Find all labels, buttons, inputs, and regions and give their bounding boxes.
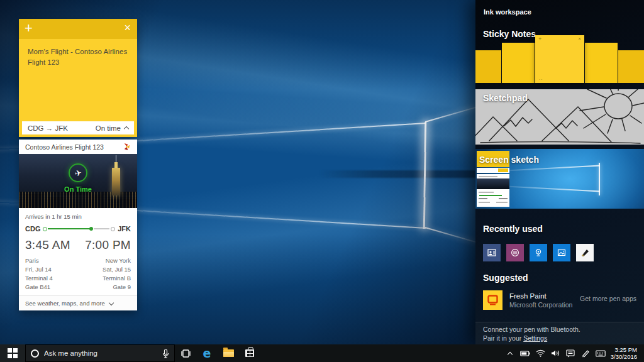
sketchpad-tile[interactable]: Sketchpad [475, 89, 644, 145]
pen-settings-button[interactable] [578, 344, 593, 362]
ink-workspace-panel: Ink workspace Sticky Notes + × .. [475, 0, 644, 344]
pen-hint-prefix: Pair it in your [483, 334, 523, 342]
camera-app-icon [534, 248, 543, 257]
volume-indicator[interactable] [548, 344, 563, 362]
flight-info-card[interactable]: Contoso Airlines Flight 123 ✈ On Time Ar [19, 140, 137, 310]
touch-keyboard-button[interactable] [593, 344, 608, 362]
battery-indicator[interactable] [518, 344, 533, 362]
flight-status-text: On time [96, 124, 121, 132]
microphone-icon[interactable] [162, 349, 169, 358]
plane-position-icon [89, 227, 93, 231]
close-note-icon[interactable]: × [124, 21, 131, 35]
mini-wallpaper-ray [494, 185, 600, 192]
task-view-button[interactable] [175, 344, 196, 362]
keyboard-icon [596, 350, 606, 357]
clock-time: 3:25 PM [608, 346, 637, 353]
store-button[interactable] [239, 344, 260, 362]
sticky-note[interactable]: + × Mom's Flight - Contoso Airlines Flig… [19, 19, 137, 137]
empire-state-top [114, 162, 118, 168]
sketchpad-section-label: Sketchpad [483, 93, 528, 103]
origin-city: Paris [25, 256, 53, 265]
onenote-app-icon [511, 248, 519, 257]
contact-app-tile[interactable] [483, 244, 501, 261]
preview-note [585, 43, 618, 83]
file-explorer-button[interactable] [218, 344, 239, 362]
airplane-icon: ✈ [74, 168, 82, 178]
photos-app-tile[interactable] [553, 244, 570, 261]
suggested-app-row[interactable]: Fresh Paint Microsoft Corporation Get mo… [483, 290, 636, 310]
preview-note [618, 50, 644, 83]
flight-card-header: Contoso Airlines Flight 123 [19, 140, 137, 154]
flight-progress: CDG JFK [25, 225, 131, 233]
flight-progress-track [43, 226, 115, 232]
cortana-icon [31, 349, 39, 358]
recently-used-section-label: Recently used [483, 224, 543, 234]
pen-app-tile[interactable] [576, 244, 594, 261]
flight-route-text: CDG → JFK [28, 124, 68, 132]
store-icon [245, 349, 254, 357]
mini-note-dots: .. [539, 75, 543, 81]
add-note-icon[interactable]: + [25, 20, 33, 36]
see-more-label: See weather, maps, and more [25, 300, 105, 307]
origin-code: CDG [25, 225, 40, 233]
taskbar-clock[interactable]: 3:25 PM 3/30/2016 [608, 346, 641, 360]
see-more-link[interactable]: See weather, maps, and more [19, 295, 137, 310]
destination-code: JFK [118, 225, 131, 233]
preview-note-front: + × .. [535, 35, 584, 83]
flight-card-title: Contoso Airlines Flight 123 [25, 143, 104, 151]
mini-close-icon: × [578, 36, 581, 41]
get-more-pen-apps-link[interactable]: Get more pen apps [580, 295, 636, 302]
destination-terminal: Terminal B [103, 274, 131, 283]
sticky-note-text[interactable]: Mom's Flight - Contoso Airlines Flight 1… [19, 39, 137, 75]
edge-browser-button[interactable]: e [196, 344, 218, 362]
origin-date: Fri, Jul 14 [25, 265, 53, 274]
flight-destination-photo: ✈ On Time [19, 154, 137, 208]
cortana-search-box[interactable] [25, 344, 175, 362]
mini-add-icon: + [538, 36, 541, 42]
mini-status-chip [498, 168, 508, 172]
empire-state-spire [116, 155, 116, 162]
destination-date: Sat, Jul 15 [103, 265, 131, 274]
battery-icon [520, 351, 530, 356]
recently-used-apps [483, 244, 594, 261]
sticky-notes-preview[interactable]: + × .. [475, 35, 644, 83]
pen-pairing-hint: Connect your pen with Bluetooth. Pair it… [475, 322, 644, 344]
speaker-icon [551, 349, 560, 357]
action-center-icon [566, 349, 575, 358]
origin-point-icon [43, 227, 47, 231]
flight-details: Arrives in 1 hr 15 min CDG JFK 3:45 AM 7… [19, 208, 137, 295]
photos-app-icon [557, 248, 566, 257]
tray-overflow-button[interactable] [502, 344, 518, 362]
action-center-button[interactable] [563, 344, 578, 362]
onenote-app-tile[interactable] [506, 244, 524, 261]
screen-sketch-section-label: Screen sketch [479, 155, 539, 165]
chevron-down-icon [109, 300, 114, 305]
suggested-app-publisher: Microsoft Corporation [509, 301, 572, 309]
flight-status-badge: ✈ [69, 163, 87, 182]
start-button[interactable] [0, 344, 25, 362]
chevron-up-icon[interactable] [124, 126, 129, 131]
edge-icon: e [203, 346, 211, 360]
departure-time: 3:45 AM [25, 238, 70, 252]
flight-insight-strip[interactable]: CDG → JFK On time [22, 121, 134, 134]
ink-workspace-title: Ink workspace [484, 8, 531, 16]
taskbar: e [0, 344, 644, 362]
pen-hint-line1: Connect your pen with Bluetooth. [483, 325, 636, 334]
fresh-paint-icon [483, 290, 502, 310]
camera-app-tile[interactable] [530, 244, 547, 261]
chevron-up-icon [508, 351, 513, 356]
wifi-indicator[interactable] [533, 344, 548, 362]
settings-link[interactable]: Settings [523, 334, 547, 342]
clock-date: 3/30/2016 [608, 353, 637, 360]
mini-wallpaper-window-edge [599, 163, 600, 195]
mini-note-strip [477, 168, 509, 173]
pen-hint-line2: Pair it in your Settings [483, 334, 636, 343]
wifi-icon [536, 349, 545, 357]
screen-sketch-tile[interactable]: Screen sketch [475, 149, 644, 209]
progress-elapsed [48, 228, 91, 229]
arrival-time: 7:00 PM [85, 238, 131, 252]
arrival-note: Arrives in 1 hr 15 min [25, 213, 131, 220]
stylus-icon [581, 349, 590, 358]
destination-gate: Gate 9 [103, 283, 131, 292]
search-input[interactable] [44, 349, 157, 357]
